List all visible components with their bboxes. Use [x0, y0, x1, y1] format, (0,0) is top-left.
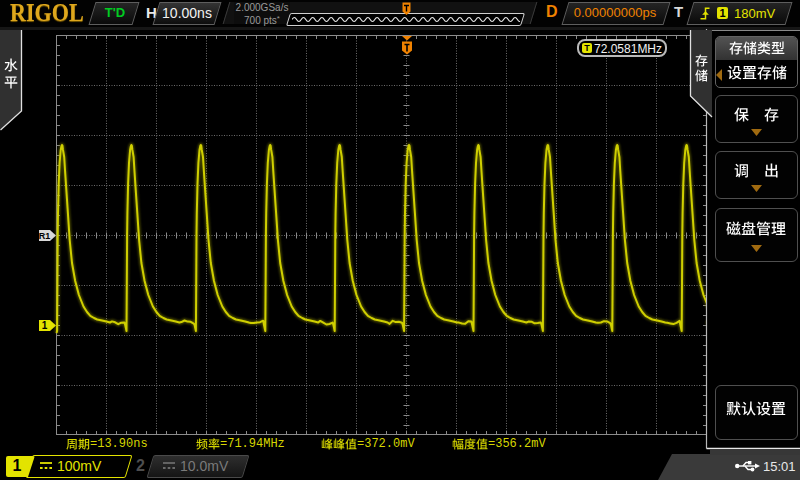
svg-text:1: 1	[42, 320, 48, 331]
svg-text:R1: R1	[39, 231, 50, 241]
